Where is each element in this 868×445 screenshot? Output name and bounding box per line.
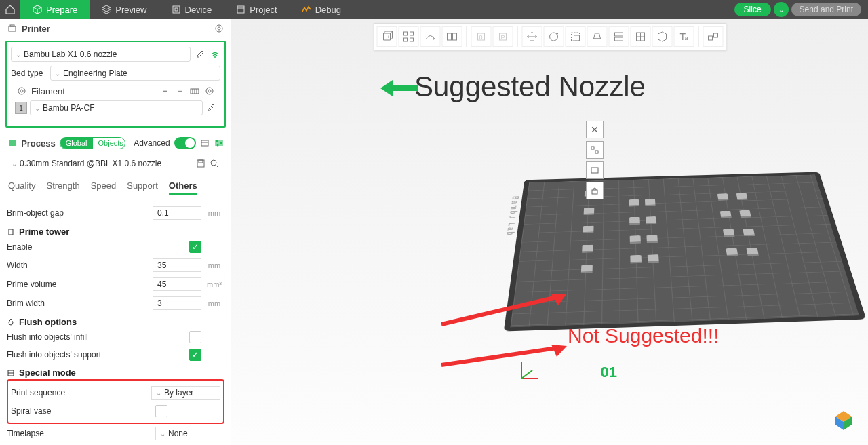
tab-device[interactable]: Device [159,0,224,19]
plate-settings-button[interactable] [586,161,604,179]
svg-rect-2 [237,6,244,13]
advanced-label: Advanced [134,138,170,148]
preset-search-icon[interactable] [209,158,220,169]
prime-volume-input[interactable]: 45 [153,277,201,291]
tab-preview[interactable]: Preview [90,0,159,19]
brim-width-label: Brim width [7,298,153,308]
add-plate-tool[interactable]: + [376,26,397,47]
variable-height-tool[interactable]: 0 [471,26,491,47]
advanced-switch[interactable] [174,137,196,149]
rotate-tool[interactable] [543,26,564,47]
flush-support-checkbox[interactable]: ✓ [189,349,201,361]
cut-tool[interactable] [608,26,629,47]
filament-select[interactable]: ⌄ Bambu PA-CF [30,100,203,115]
tab-strength[interactable]: Strength [46,178,79,195]
chevron-down-icon: ⌄ [35,104,40,112]
plate-lock-button[interactable] [586,182,604,199]
svg-rect-45 [571,33,579,41]
svg-rect-57 [595,151,598,153]
compare-icon[interactable] [200,138,210,149]
svg-point-8 [214,56,216,58]
viewport[interactable]: + 0 P Ta Bambu Lab [231,19,868,445]
slice-button[interactable]: Slice [734,3,771,16]
flush-infill-checkbox[interactable] [189,331,201,343]
svg-rect-54 [708,36,712,40]
plate-arrange-button[interactable] [586,141,604,159]
slice-dropdown[interactable]: ⌄ [774,2,789,17]
special-mode-group[interactable]: Special mode [7,364,224,379]
preset-save-icon[interactable] [195,158,206,169]
objects-toggle[interactable]: Objects [93,138,126,149]
tab-project-label: Project [250,5,277,15]
tab-support[interactable]: Support [127,178,158,195]
tab-others[interactable]: Others [169,178,197,195]
edit-icon[interactable] [195,49,205,60]
spiral-vase-checkbox[interactable] [155,405,167,417]
printer-preset-value: Bambu Lab X1 0.6 nozzle [24,50,117,59]
brim-width-input[interactable]: 3 [153,296,201,310]
plate-close-button[interactable]: ✕ [586,121,604,138]
svg-rect-36 [403,38,407,41]
bed-type-value: Engineering Plate [63,69,127,78]
sidebar: Printer ⌄ Bambu Lab X1 0.6 nozzle [0,19,231,445]
ams-icon[interactable] [189,85,200,96]
width-input[interactable]: 35 [153,258,201,272]
printer-suggested-box: ⌄ Bambu Lab X1 0.6 nozzle Bed type ⌄ Eng… [5,41,226,128]
tab-debug[interactable]: Debug [290,0,353,19]
tab-prepare[interactable]: Prepare [20,0,90,19]
flush-options-group[interactable]: Flush options [7,313,224,328]
wifi-icon[interactable] [210,49,220,60]
assembly-tool[interactable] [703,26,723,47]
mesh-tool[interactable] [630,26,650,47]
move-tool[interactable] [521,26,542,47]
orient-tool[interactable] [420,26,440,47]
filament-swatch[interactable]: 1 [15,102,27,114]
global-toggle[interactable]: Global [60,138,93,149]
tab-debug-label: Debug [315,5,341,15]
home-button[interactable] [0,0,20,19]
timelapse-select[interactable]: ⌄ None [155,427,224,440]
svg-rect-58 [591,168,598,173]
svg-point-15 [206,88,213,94]
print-sequence-select[interactable]: ⌄ By layer [151,386,220,400]
brim-object-gap-input[interactable]: 0.1 [153,206,201,220]
prime-tower-group[interactable]: Prime tower [7,222,224,238]
printer-settings-icon[interactable] [214,23,224,34]
printer-preset-select[interactable]: ⌄ Bambu Lab X1 0.6 nozzle [11,47,191,62]
sliders-icon[interactable] [214,138,224,149]
tab-project[interactable]: Project [224,0,289,19]
svg-line-28 [216,165,218,167]
svg-rect-26 [199,160,203,163]
view-cube[interactable] [831,408,856,433]
send-print-button[interactable]: Send and Print [791,3,861,16]
process-preset-select[interactable]: ⌄ 0.30mm Standard @BBL X1 0.6 nozzle [7,155,224,172]
print-sequence-label: Print sequence [11,388,151,398]
printer-header: Printer [0,19,231,38]
global-objects-toggle[interactable]: Global Objects [60,137,126,149]
svg-rect-5 [10,25,14,26]
scale-tool[interactable] [565,26,585,47]
project-icon [236,5,245,14]
filament-icon [16,85,27,96]
printer-header-label: Printer [22,24,50,34]
text-tool[interactable]: Ta [673,26,694,47]
paint-tool[interactable]: P [492,26,513,47]
svg-rect-4 [9,26,16,31]
support-paint-tool[interactable] [652,26,672,47]
add-filament-icon[interactable]: ＋ [159,85,170,96]
toolbar-3d: + 0 P Ta [373,23,726,50]
remove-filament-icon[interactable]: － [174,85,185,96]
filament-edit-icon[interactable] [205,102,216,113]
tab-speed[interactable]: Speed [91,178,117,195]
process-header: Process Global Objects Advanced [0,133,231,153]
arrange-tool[interactable] [398,26,418,47]
svg-rect-17 [201,140,208,146]
filament-settings-icon[interactable] [204,85,215,96]
bed-type-select[interactable]: ⌄ Engineering Plate [50,66,220,81]
enable-row: Enable ✓ [7,238,224,256]
split-tool[interactable] [441,26,462,47]
tab-quality[interactable]: Quality [8,178,35,195]
enable-checkbox[interactable]: ✓ [189,241,201,253]
flatten-tool[interactable] [587,26,607,47]
brim-object-gap-row: Brim-object gap 0.1 mm [7,204,224,222]
